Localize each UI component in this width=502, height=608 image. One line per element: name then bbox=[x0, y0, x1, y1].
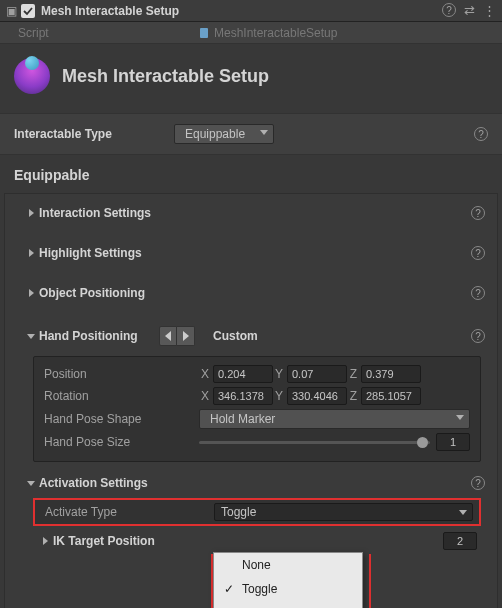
script-field[interactable]: MeshInteractableSetup bbox=[198, 26, 337, 40]
chevron-right-icon bbox=[29, 249, 34, 257]
rotation-y-field[interactable]: 330.4046 bbox=[287, 387, 347, 405]
script-file-icon bbox=[198, 27, 210, 39]
preset-icon[interactable]: ⇄ bbox=[464, 3, 475, 18]
popup-item-none[interactable]: None bbox=[214, 553, 362, 577]
foldout-interaction-settings[interactable]: Interaction Settings ? bbox=[19, 200, 489, 226]
foldout-hand-positioning[interactable]: Hand Positioning Custom ? bbox=[19, 320, 489, 352]
chevron-down-icon bbox=[459, 510, 467, 515]
inspector-titlebar: ▣ Mesh Interactable Setup ? ⇄ ⋮ bbox=[0, 0, 502, 22]
popup-item-single[interactable]: Single bbox=[214, 601, 362, 608]
prefab-icon: ▣ bbox=[6, 4, 17, 18]
slider-thumb[interactable] bbox=[417, 437, 428, 448]
position-z-field[interactable]: 0.379 bbox=[361, 365, 421, 383]
foldout-activation-settings[interactable]: Activation Settings ? bbox=[19, 470, 489, 496]
enabled-checkbox[interactable] bbox=[21, 4, 35, 18]
chevron-down-icon bbox=[456, 415, 464, 420]
hand-positioning-box: Position X0.204 Y0.07 Z0.379 Rotation X3… bbox=[33, 356, 481, 462]
script-label: Script bbox=[8, 26, 198, 40]
chevron-right-icon bbox=[29, 289, 34, 297]
header-title: Mesh Interactable Setup bbox=[62, 66, 269, 87]
help-icon[interactable]: ? bbox=[474, 127, 488, 141]
help-icon[interactable]: ? bbox=[471, 476, 485, 490]
activate-type-label: Activate Type bbox=[45, 505, 210, 519]
chevron-down-icon bbox=[27, 334, 35, 339]
help-icon[interactable]: ? bbox=[471, 206, 485, 220]
mesh-logo-icon bbox=[14, 58, 50, 94]
hand-positioning-mode: Custom bbox=[213, 329, 258, 343]
header: Mesh Interactable Setup bbox=[0, 44, 502, 112]
popup-item-toggle[interactable]: Toggle bbox=[214, 577, 362, 601]
foldout-ik-target-position[interactable]: IK Target Position 2 bbox=[33, 528, 481, 554]
popup-highlight-box: None Toggle Single bbox=[211, 554, 371, 608]
activate-type-row: Activate Type Toggle bbox=[33, 498, 481, 526]
help-icon[interactable]: ? bbox=[471, 329, 485, 343]
help-icon[interactable]: ? bbox=[442, 3, 456, 17]
script-row: Script MeshInteractableSetup bbox=[0, 22, 502, 44]
chevron-down-icon bbox=[27, 481, 35, 486]
foldout-object-positioning[interactable]: Object Positioning ? bbox=[19, 280, 489, 306]
menu-icon[interactable]: ⋮ bbox=[483, 3, 496, 18]
position-y-field[interactable]: 0.07 bbox=[287, 365, 347, 383]
help-icon[interactable]: ? bbox=[471, 246, 485, 260]
rotation-label: Rotation bbox=[44, 389, 199, 403]
prev-button[interactable] bbox=[159, 326, 177, 346]
hand-pose-size-field[interactable]: 1 bbox=[436, 433, 470, 451]
activate-type-popup: None Toggle Single bbox=[213, 552, 363, 608]
foldout-highlight-settings[interactable]: Highlight Settings ? bbox=[19, 240, 489, 266]
triangle-left-icon bbox=[165, 331, 171, 341]
hand-positioning-stepper[interactable] bbox=[159, 326, 195, 346]
hand-pose-shape-dropdown[interactable]: Hold Marker bbox=[199, 409, 470, 429]
rotation-x-field[interactable]: 346.1378 bbox=[213, 387, 273, 405]
next-button[interactable] bbox=[177, 326, 195, 346]
hand-pose-size-slider[interactable] bbox=[199, 441, 430, 444]
hand-pose-shape-label: Hand Pose Shape bbox=[44, 412, 199, 426]
triangle-right-icon bbox=[183, 331, 189, 341]
svg-rect-0 bbox=[200, 28, 208, 38]
chevron-right-icon bbox=[29, 209, 34, 217]
ik-count-field[interactable]: 2 bbox=[443, 532, 477, 550]
help-icon[interactable]: ? bbox=[471, 286, 485, 300]
position-label: Position bbox=[44, 367, 199, 381]
chevron-down-icon bbox=[260, 130, 268, 135]
rotation-z-field[interactable]: 285.1057 bbox=[361, 387, 421, 405]
interactable-type-dropdown[interactable]: Equippable bbox=[174, 124, 274, 144]
interactable-type-label: Interactable Type bbox=[14, 127, 174, 141]
hand-pose-size-label: Hand Pose Size bbox=[44, 435, 199, 449]
activate-type-dropdown[interactable]: Toggle bbox=[214, 503, 473, 521]
component-title: Mesh Interactable Setup bbox=[41, 4, 442, 18]
position-x-field[interactable]: 0.204 bbox=[213, 365, 273, 383]
chevron-right-icon bbox=[43, 537, 48, 545]
equippable-section-title: Equippable bbox=[0, 155, 502, 193]
